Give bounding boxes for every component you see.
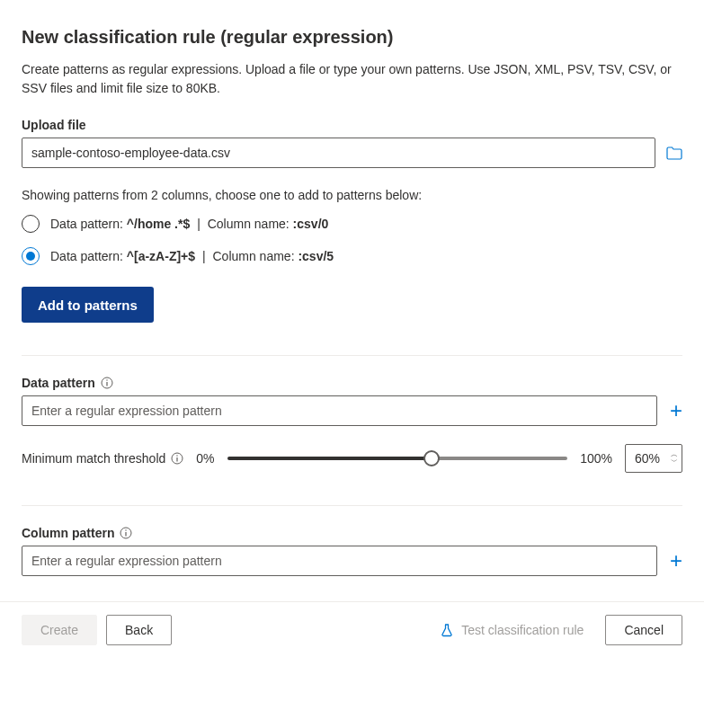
- svg-point-2: [106, 379, 107, 380]
- test-classification-link[interactable]: Test classification rule: [440, 623, 584, 637]
- page-title: New classification rule (regular express…: [22, 27, 682, 48]
- create-button: Create: [22, 615, 97, 645]
- column-pattern-label: Column pattern: [22, 526, 682, 540]
- chevron-down-icon[interactable]: ﹀: [671, 458, 678, 466]
- divider: [22, 505, 682, 506]
- add-column-pattern-icon[interactable]: +: [670, 550, 682, 572]
- info-icon[interactable]: [101, 377, 113, 389]
- pattern-option-0[interactable]: Data pattern: ^/home .*$ | Column name: …: [22, 215, 682, 233]
- upload-file-input[interactable]: [22, 138, 655, 168]
- column-pattern-input[interactable]: [22, 546, 657, 576]
- divider: [22, 355, 682, 356]
- cancel-button[interactable]: Cancel: [605, 615, 682, 645]
- info-icon[interactable]: [171, 452, 183, 465]
- upload-file-label: Upload file: [22, 118, 682, 132]
- threshold-max: 100%: [580, 451, 612, 466]
- svg-point-8: [126, 529, 127, 530]
- patterns-info-text: Showing patterns from 2 columns, choose …: [22, 188, 682, 202]
- svg-point-5: [177, 455, 178, 456]
- browse-folder-icon[interactable]: [666, 146, 682, 160]
- pattern-option-label: Data pattern: ^[a-zA-Z]+$ | Column name:…: [50, 249, 334, 263]
- radio-icon: [22, 215, 40, 233]
- data-pattern-input[interactable]: [22, 395, 657, 426]
- info-icon[interactable]: [120, 527, 132, 539]
- beaker-icon: [440, 623, 454, 637]
- pattern-option-1[interactable]: Data pattern: ^[a-zA-Z]+$ | Column name:…: [22, 247, 682, 265]
- page-description: Create patterns as regular expressions. …: [22, 60, 682, 98]
- add-to-patterns-button[interactable]: Add to patterns: [22, 287, 154, 323]
- threshold-min: 0%: [196, 451, 214, 466]
- pattern-option-label: Data pattern: ^/home .*$ | Column name: …: [50, 217, 328, 231]
- threshold-slider[interactable]: [227, 457, 568, 460]
- back-button[interactable]: Back: [106, 615, 172, 645]
- threshold-value: 60%: [635, 451, 660, 466]
- add-data-pattern-icon[interactable]: +: [670, 400, 682, 422]
- threshold-label: Minimum match threshold: [22, 451, 183, 466]
- slider-thumb[interactable]: [423, 450, 440, 466]
- data-pattern-label: Data pattern: [22, 376, 682, 390]
- radio-icon: [22, 247, 40, 265]
- threshold-spinner[interactable]: 60% ︿ ﹀: [625, 444, 682, 473]
